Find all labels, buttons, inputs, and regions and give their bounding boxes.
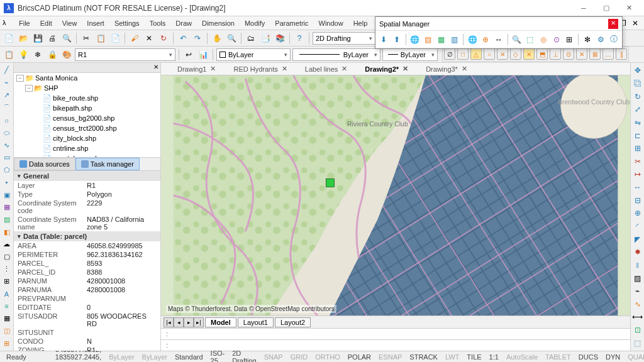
osnap-extension-icon[interactable]: … [602,48,614,60]
rectangle-icon[interactable]: ▭ [1,153,13,163]
menu-insert[interactable]: Insert [82,18,109,28]
status-dimstyle[interactable]: ISO-25 [208,349,228,363]
first-layout-icon[interactable]: |◂ [164,317,174,327]
close-tab-icon[interactable]: ✕ [402,65,408,73]
properties-icon[interactable]: 📑 [259,32,272,45]
lineweight-combo[interactable]: ByLayer [382,48,438,61]
properties-panel[interactable]: General LayerR1 TypePolygon Coordinate S… [14,171,160,351]
zoom-icon[interactable]: 🔍 [225,32,238,45]
osnap-endpoint-icon[interactable]: □ [457,48,469,60]
command-line[interactable]: : [161,328,630,339]
scale-icon[interactable]: ⤢ [631,104,644,115]
undo-icon[interactable]: ↶ [177,32,189,45]
sp-bgmap-icon[interactable]: 🌐 [467,33,478,46]
tree-file[interactable]: 📄bikepath.shp [14,103,160,113]
layout-tab[interactable]: Layout2 [275,317,311,327]
menu-file[interactable]: File [14,18,35,28]
status-tile[interactable]: TILE [464,353,484,361]
explorer-icon[interactable]: 🗂 [245,32,257,45]
region-icon[interactable]: ▦ [1,202,13,212]
lengthen-icon[interactable]: ⟷ [631,312,644,322]
layout-model-tab[interactable]: Model [205,317,236,327]
sp-layers-icon[interactable]: ▤ [423,33,434,46]
osnap-none-icon[interactable]: ∅ [444,48,455,60]
line-icon[interactable]: ╱ [1,65,13,75]
redo2-icon[interactable]: ↷ [191,32,204,45]
wipeout-icon[interactable]: ▢ [1,252,13,262]
new-icon[interactable]: 📄 [3,32,15,45]
cut-icon[interactable]: ✂ [80,32,92,45]
group-general[interactable]: General [14,171,160,181]
status-strack[interactable]: STRACK [407,353,440,361]
tree-collapse-icon[interactable]: − [16,75,24,82]
status-polar[interactable]: POLAR [345,353,374,361]
trim-icon[interactable]: ✂ [631,156,644,167]
status-bylayer[interactable]: ByLayer [106,353,136,361]
tree-file[interactable]: 📄bike_route.shp [14,93,160,103]
open-icon[interactable]: 📂 [17,32,30,45]
menu-help[interactable]: Help [348,18,373,28]
tree-file[interactable]: 📄coastalzone.shp [14,153,160,158]
fillet-icon[interactable]: ◜ [631,221,644,232]
sp-table-icon[interactable]: ▥ [448,33,460,46]
close-button[interactable]: ✕ [618,1,640,15]
hatch-icon[interactable]: ▨ [1,215,13,225]
menu-tools[interactable]: Tools [145,18,171,28]
rotate-icon[interactable]: ↻ [631,91,644,102]
osnap-tangent-icon[interactable]: ⊙ [563,48,574,60]
tree-file[interactable]: 📄city_block.shp [14,133,160,143]
doc-tab[interactable]: Drawing3*✕ [421,63,472,75]
menu-view[interactable]: View [57,18,82,28]
revcloud-icon[interactable]: ☁ [1,239,13,250]
doc-tab-active[interactable]: Drawing2*✕ [360,63,413,75]
menu-modify[interactable]: Modify [240,18,270,28]
divide-icon[interactable]: ⋮ [1,264,13,274]
erase-icon[interactable]: ✕ [143,32,155,45]
status-scale[interactable]: 1:1 [487,353,501,361]
sp-select-icon[interactable]: ⬚ [525,33,536,46]
sp-options-icon[interactable]: ⚙ [595,33,606,46]
prev-layout-icon[interactable]: ◂ [174,317,184,327]
spatial-close-button[interactable]: ✕ [608,19,618,29]
print-icon[interactable]: 🖨 [46,32,58,45]
doc-tab[interactable]: Drawing1✕ [172,63,221,75]
minimize-button[interactable]: ─ [572,1,595,15]
align-icon[interactable]: ⫴ [631,260,644,271]
arc-icon[interactable]: ⌒ [1,102,13,113]
sidebar-close-icon[interactable]: ✕ [152,63,160,72]
color-combo[interactable]: ByLayer [216,48,291,61]
status-snap[interactable]: SNAP [262,353,286,361]
mtext-icon[interactable]: ≡ [1,301,13,311]
measure-icon[interactable]: ⊞ [1,277,13,287]
sp-export-icon[interactable]: ⬆ [391,33,402,46]
osnap-intersection-icon[interactable]: ✕ [523,48,535,60]
break-icon[interactable]: ⊟ [631,195,644,206]
tab-data-sources[interactable]: Data sources [14,158,75,170]
polygon-icon[interactable]: ⬠ [1,165,13,175]
sp-info-icon[interactable]: ⓘ [608,33,619,46]
osnap-nearest-icon[interactable]: ✕ [576,48,587,60]
sp-buffer-icon[interactable]: ◎ [538,33,549,46]
extend-icon[interactable]: ↦ [631,169,644,180]
status-ducs[interactable]: DUCS [576,353,601,361]
workspace-combo[interactable]: 2D Drafting [313,32,375,45]
selected-parcel[interactable] [326,178,334,187]
menu-edit[interactable]: Edit [35,18,57,28]
spatial-panel-title[interactable]: Spatial Manager ✕ [375,17,622,31]
doc-tab[interactable]: RED Hydrants✕ [228,63,292,75]
osnap-insertion-icon[interactable]: ⬒ [536,48,548,60]
menu-window[interactable]: Window [314,18,348,28]
tab-task-manager[interactable]: Task manager [75,158,140,170]
layer-lock-icon[interactable]: 🔒 [46,48,58,61]
polyline-icon[interactable]: ⌁ [1,78,13,88]
layer-manager-icon[interactable]: 📋 [3,48,15,61]
status-workspace[interactable]: 2D Drafting [230,349,259,363]
map-viewport[interactable]: Brentwood Country Club Riviera Country C… [161,75,630,315]
menu-draw[interactable]: Draw [170,18,197,28]
spline-icon[interactable]: ∿ [1,140,13,150]
command-line[interactable]: : [161,339,630,351]
sp-centroid-icon[interactable]: ⊙ [551,33,562,46]
doc-tab[interactable]: Label lines✕ [300,63,353,75]
layer-freeze-icon[interactable]: ❄ [31,48,44,61]
linetype-combo[interactable]: ByLayer [292,48,380,61]
